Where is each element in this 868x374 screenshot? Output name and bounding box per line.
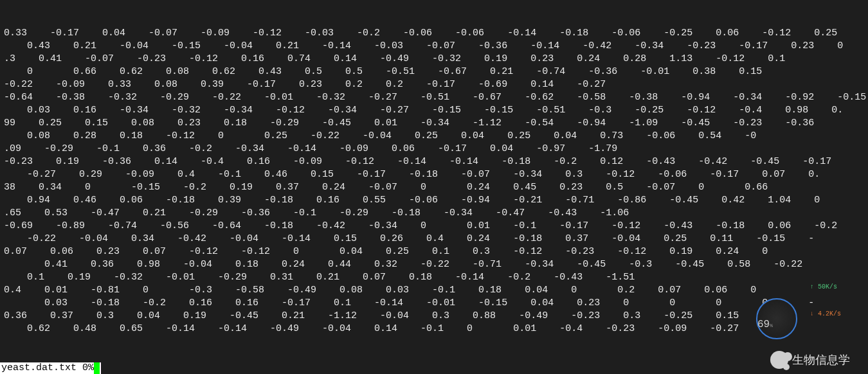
data-row: .3 0.41 -0.07 -0.23 -0.12 0.16 0.74 0.14… <box>4 53 864 66</box>
data-row: 0.07 0.06 0.23 0.07 -0.12 -0.12 0 0.04 0… <box>4 245 864 258</box>
data-row: -0.64 -0.38 -0.32 -0.29 -0.22 -0.01 -0.3… <box>4 91 864 104</box>
network-speed-gauge[interactable]: 69% <box>756 298 797 339</box>
data-row: -0.69 -0.89 -0.74 -0.56 -0.64 -0.18 -0.4… <box>4 220 864 233</box>
data-row: 0.03 0.16 -0.34 -0.32 -0.34 -0.12 -0.34 … <box>4 104 864 117</box>
data-row: -0.22 -0.04 0.34 -0.42 -0.04 -0.14 0.15 … <box>4 233 864 245</box>
data-row: 0.94 0.46 0.06 -0.18 0.39 -0.18 0.16 0.5… <box>4 194 864 207</box>
percent-suffix: % <box>770 323 773 328</box>
data-row: -0.23 0.19 -0.36 0.14 -0.4 0.16 -0.09 -0… <box>4 156 864 168</box>
download-rate: ↓ 4.2K/s <box>810 310 841 319</box>
data-row: 0.62 0.48 0.65 -0.14 -0.14 -0.49 -0.04 0… <box>4 323 864 335</box>
network-rates: ↑ 50K/s ↓ 4.2K/s <box>810 265 841 337</box>
data-rows: 0.33 -0.17 0.04 -0.07 -0.09 -0.12 -0.03 … <box>4 27 864 335</box>
terminal-output: 0.33 -0.17 0.04 -0.07 -0.09 -0.12 -0.03 … <box>0 0 868 374</box>
data-row: 0.41 0.36 0.98 -0.04 0.18 0.24 0.44 0.32… <box>4 258 864 271</box>
wechat-icon <box>770 351 788 369</box>
data-row: 99 0.25 0.15 0.08 0.23 0.18 -0.29 -0.45 … <box>4 117 864 130</box>
file-position: 0% <box>82 362 94 373</box>
data-row: 0.03 -0.18 -0.2 0.16 0.16 -0.17 0.1 -0.1… <box>4 297 864 310</box>
cursor <box>94 362 100 374</box>
data-row: 0.36 0.37 0.3 0.04 0.19 -0.45 0.21 -1.12… <box>4 310 864 323</box>
filename: yeast.dat.txt <box>1 362 77 373</box>
data-row: 38 0.34 0 -0.15 -0.2 0.19 0.37 0.24 -0.0… <box>4 181 864 194</box>
data-row: .65 0.53 -0.47 0.21 -0.29 -0.36 -0.1 -0.… <box>4 207 864 220</box>
network-percent: 69 <box>757 319 770 330</box>
data-row: 0.08 0.28 0.18 -0.12 0 0.25 -0.22 -0.04 … <box>4 130 864 143</box>
watermark: 生物信息学 <box>770 351 850 369</box>
data-row: 0.33 -0.17 0.04 -0.07 -0.09 -0.12 -0.03 … <box>4 27 864 40</box>
upload-rate: ↑ 50K/s <box>810 283 841 292</box>
data-row: -0.27 0.29 -0.09 0.4 -0.1 0.46 0.15 -0.1… <box>4 168 864 181</box>
data-row: 0.1 0.19 -0.32 -0.01 -0.29 0.31 0.21 0.0… <box>4 271 864 284</box>
data-row: -0.22 -0.09 0.33 0.08 0.39 -0.17 0.23 0.… <box>4 78 864 91</box>
data-row: 0.4 0.01 -0.81 0 -0.3 -0.58 -0.49 0.08 0… <box>4 284 864 297</box>
pager-status-bar: yeast.dat.txt 0% <box>0 362 101 374</box>
watermark-text: 生物信息学 <box>792 353 850 366</box>
data-row: 0.43 0.21 -0.04 -0.15 -0.04 0.21 -0.14 -… <box>4 40 864 53</box>
data-row: 0 0.66 0.62 0.08 0.62 0.43 0.5 0.5 -0.51… <box>4 66 864 78</box>
data-row: .09 -0.29 -0.1 0.36 -0.2 -0.34 -0.14 -0.… <box>4 143 864 156</box>
